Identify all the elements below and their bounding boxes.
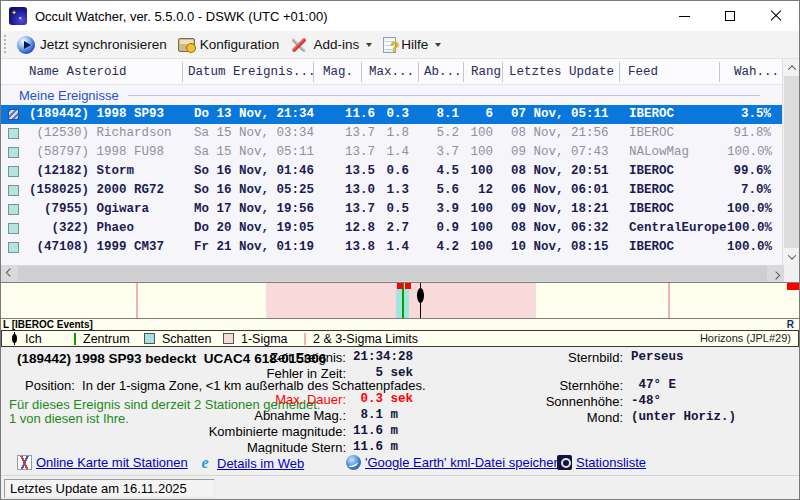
chevron-down-icon	[787, 251, 795, 259]
event-status-icon[interactable]	[8, 223, 19, 234]
station-list-icon	[557, 455, 572, 470]
column-separator[interactable]	[502, 62, 503, 82]
field-value-abnahme-mag: 8.1 m	[353, 408, 398, 422]
column-header-wah[interactable]: Wah...	[734, 59, 779, 85]
cell-ab: 5.2	[411, 124, 463, 143]
caption-buttons	[661, 1, 799, 31]
cell-rang: 100	[463, 143, 495, 162]
event-status-icon[interactable]	[8, 147, 19, 158]
web-details-link[interactable]: e Details im Web	[197, 455, 304, 471]
cell-wah: 100.0%	[727, 238, 771, 257]
legend-label-ich: Ich	[25, 332, 42, 346]
group-header[interactable]: Meine Ereignisse	[1, 85, 782, 105]
online-map-label[interactable]: Online Karte mit Stationen	[36, 455, 188, 470]
cell-feed: NALowMag	[621, 143, 727, 162]
help-button[interactable]: Hilfe	[379, 33, 448, 57]
field-value-magnitude-stern: 11.6 m	[353, 440, 398, 454]
field-value-sternbild: Perseus	[631, 350, 684, 364]
cell-mag: 13.7	[317, 200, 379, 219]
minimize-button[interactable]	[661, 1, 707, 31]
event-timeline[interactable]	[1, 282, 799, 319]
station-list-label[interactable]: Stationsliste	[576, 455, 646, 470]
cell-mag: 12.8	[317, 219, 379, 238]
cell-max: 1.3	[379, 181, 411, 200]
toolbar-gripper[interactable]	[4, 35, 7, 55]
column-header-rang[interactable]: Rang	[471, 59, 501, 85]
event-status-icon[interactable]	[8, 128, 19, 139]
cell-max: 0.3	[379, 105, 411, 124]
column-header-ab[interactable]: Ab...	[424, 59, 462, 85]
vertical-scrollbar[interactable]	[782, 59, 799, 265]
field-value-zeit-ereignis: 21:34:28	[353, 350, 413, 364]
horizontal-scrollbar-thumb[interactable]	[18, 266, 767, 281]
table-row[interactable]: (12530) Richardson Sa 15 Nov, 03:34 13.7…	[1, 124, 782, 143]
kml-save-link[interactable]: 'Google Earth' kml-Datei speichern	[346, 455, 565, 470]
table-row[interactable]: (322) Phaeo Do 20 Nov, 19:05 12.8 2.7 0.…	[1, 219, 782, 238]
column-header-feed[interactable]: Feed	[628, 59, 658, 85]
table-row[interactable]: (47108) 1999 CM37 Fr 21 Nov, 01:19 13.8 …	[1, 238, 782, 257]
vertical-scrollbar-thumb[interactable]	[784, 76, 799, 248]
field-value-kombinierte-magnitude: 11.6 m	[353, 424, 398, 438]
cell-feed: IBEROC	[621, 181, 727, 200]
close-button[interactable]	[753, 1, 799, 31]
table-row[interactable]: (58797) 1998 FU98 Sa 15 Nov, 05:11 13.7 …	[1, 143, 782, 162]
title-bar[interactable]: ✦✦ Occult Watcher, ver. 5.5.0.0 - DSWK (…	[1, 1, 799, 31]
web-details-label[interactable]: Details im Web	[217, 456, 304, 471]
station-list-link[interactable]: Stationsliste	[557, 455, 646, 470]
column-separator[interactable]	[463, 62, 464, 82]
scroll-left-button[interactable]	[1, 265, 18, 282]
scroll-right-button[interactable]	[767, 265, 784, 282]
event-status-icon[interactable]	[8, 109, 19, 120]
column-header-mag[interactable]: Mag.	[323, 59, 353, 85]
column-separator[interactable]	[719, 62, 720, 82]
table-row[interactable]: (158025) 2000 RG72 So 16 Nov, 05:25 13.0…	[1, 181, 782, 200]
google-earth-icon	[346, 455, 361, 470]
cell-datum: Sa 15 Nov, 05:11	[182, 143, 317, 162]
scroll-down-button[interactable]	[783, 248, 800, 265]
sync-now-button[interactable]: Jetzt synchronisieren	[13, 33, 174, 57]
cell-ab: 4.2	[411, 238, 463, 257]
online-map-link[interactable]: Online Karte mit Stationen	[17, 455, 188, 470]
legend-label-sigma1: 1-Sigma	[241, 332, 288, 346]
cell-name: (12530) Richardson	[25, 124, 182, 143]
table-header[interactable]: Name Asteroid Datum Ereignis... Mag. Max…	[1, 59, 782, 85]
maximize-icon	[725, 11, 735, 21]
scroll-up-button[interactable]	[783, 59, 800, 76]
cell-feed: IBEROC	[621, 124, 727, 143]
app-icon: ✦✦	[9, 7, 27, 25]
star-glyph: ✦	[18, 15, 22, 22]
column-header-datum[interactable]: Datum Ereignis...	[188, 59, 316, 85]
maximize-button[interactable]	[707, 1, 753, 31]
configuration-button[interactable]: Konfiguration	[174, 33, 287, 57]
kml-save-label[interactable]: 'Google Earth' kml-Datei speichern	[365, 455, 565, 470]
cell-update: 08 Nov, 20:51	[495, 162, 621, 181]
event-status-icon[interactable]	[8, 242, 19, 253]
column-header-update[interactable]: Letztes Update	[509, 59, 614, 85]
table-row[interactable]: (12182) Storm So 16 Nov, 01:46 13.5 0.6 …	[1, 162, 782, 181]
column-separator[interactable]	[619, 62, 620, 82]
window-title: Occult Watcher, ver. 5.5.0.0 - DSWK (UTC…	[35, 9, 327, 24]
cell-wah: 100.0%	[727, 143, 771, 162]
table-row[interactable]: (7955) Ogiwara Mo 17 Nov, 19:56 13.7 0.5…	[1, 200, 782, 219]
add-ins-button[interactable]: Add-ins	[286, 33, 379, 57]
event-status-icon[interactable]	[8, 204, 19, 215]
horizontal-scrollbar[interactable]	[1, 265, 799, 282]
column-separator[interactable]	[418, 62, 419, 82]
cell-rang: 100	[463, 219, 495, 238]
column-header-max[interactable]: Max...	[369, 59, 414, 85]
sigma-limits-legend-icon	[304, 333, 306, 345]
timeline-right-label: R	[787, 319, 794, 330]
field-label-zeit-ereignis: Zeit Ereignis:	[181, 350, 346, 365]
add-ins-label: Add-ins	[313, 37, 359, 52]
event-status-icon[interactable]	[8, 166, 19, 177]
cell-wah: 99.6%	[727, 162, 771, 181]
field-label-max-dauer: Max. Dauer:	[181, 392, 346, 407]
table-row[interactable]: (189442) 1998 SP93 Do 13 Nov, 21:34 11.6…	[1, 105, 782, 124]
cell-ab: 5.6	[411, 181, 463, 200]
sigma-limit-line-right	[668, 283, 670, 318]
cell-update: 09 Nov, 18:21	[495, 200, 621, 219]
column-separator[interactable]	[182, 62, 183, 82]
column-header-name[interactable]: Name Asteroid	[29, 59, 127, 85]
event-status-icon[interactable]	[8, 185, 19, 196]
column-separator[interactable]	[361, 62, 362, 82]
